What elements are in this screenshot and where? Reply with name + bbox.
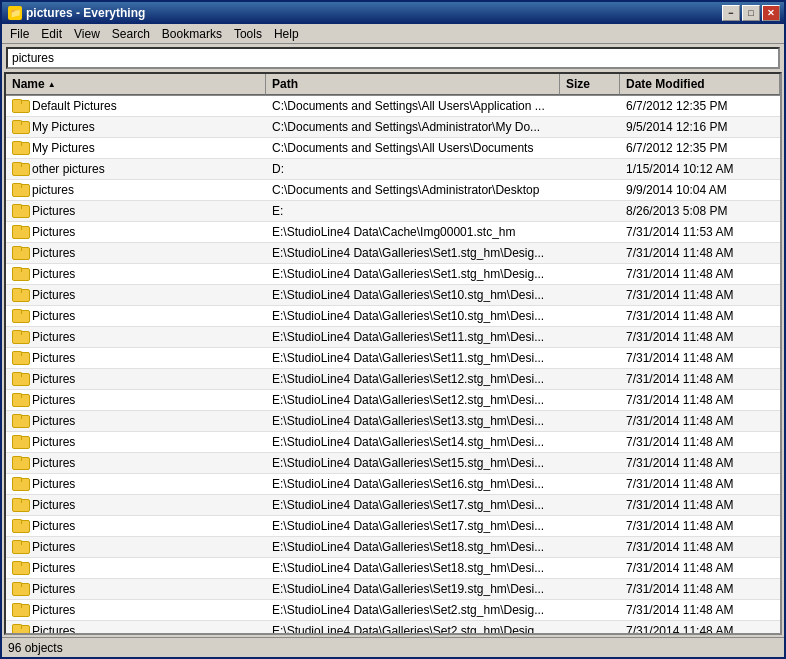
name-text: Pictures (32, 246, 75, 260)
folder-icon (12, 624, 28, 633)
status-bar: 96 objects (2, 637, 784, 657)
cell-path: C:\Documents and Settings\All Users\Docu… (266, 138, 560, 158)
folder-icon (12, 246, 28, 260)
cell-name: Pictures (6, 327, 266, 347)
cell-date: 7/31/2014 11:48 AM (620, 390, 780, 410)
table-container: Name ▲ Path Size Date Modified Default P… (4, 72, 782, 635)
col-header-date[interactable]: Date Modified (620, 74, 780, 95)
app-icon: 📁 (8, 6, 22, 20)
cell-date: 7/31/2014 11:48 AM (620, 243, 780, 263)
menu-item-file[interactable]: File (4, 25, 35, 43)
table-row[interactable]: PicturesE:\StudioLine4 Data\Galleries\Se… (6, 432, 780, 453)
cell-name: Default Pictures (6, 96, 266, 116)
table-row[interactable]: PicturesE:8/26/2013 5:08 PM (6, 201, 780, 222)
name-text: My Pictures (32, 120, 95, 134)
folder-icon (12, 351, 28, 365)
minimize-button[interactable]: − (722, 5, 740, 21)
cell-size (560, 306, 620, 326)
cell-path: E:\StudioLine4 Data\Galleries\Set11.stg_… (266, 327, 560, 347)
cell-path: E:\StudioLine4 Data\Cache\Img00001.stc_h… (266, 222, 560, 242)
menu-item-view[interactable]: View (68, 25, 106, 43)
name-text: Pictures (32, 477, 75, 491)
folder-icon (12, 120, 28, 134)
cell-date: 1/15/2014 10:12 AM (620, 159, 780, 179)
title-bar: 📁 pictures - Everything − □ ✕ (2, 2, 784, 24)
cell-name: other pictures (6, 159, 266, 179)
table-row[interactable]: PicturesE:\StudioLine4 Data\Cache\Img000… (6, 222, 780, 243)
cell-path: C:\Documents and Settings\All Users\Appl… (266, 96, 560, 116)
folder-icon (12, 99, 28, 113)
cell-date: 7/31/2014 11:48 AM (620, 453, 780, 473)
menu-item-tools[interactable]: Tools (228, 25, 268, 43)
cell-name: Pictures (6, 369, 266, 389)
table-row[interactable]: PicturesE:\StudioLine4 Data\Galleries\Se… (6, 369, 780, 390)
table-row[interactable]: PicturesE:\StudioLine4 Data\Galleries\Se… (6, 348, 780, 369)
table-row[interactable]: PicturesE:\StudioLine4 Data\Galleries\Se… (6, 411, 780, 432)
cell-path: E:\StudioLine4 Data\Galleries\Set2.stg_h… (266, 621, 560, 633)
menu-item-search[interactable]: Search (106, 25, 156, 43)
table-row[interactable]: PicturesE:\StudioLine4 Data\Galleries\Se… (6, 327, 780, 348)
cell-date: 7/31/2014 11:48 AM (620, 369, 780, 389)
col-header-name[interactable]: Name ▲ (6, 74, 266, 95)
table-row[interactable]: PicturesE:\StudioLine4 Data\Galleries\Se… (6, 390, 780, 411)
cell-path: E:\StudioLine4 Data\Galleries\Set17.stg_… (266, 495, 560, 515)
folder-icon (12, 183, 28, 197)
folder-icon (12, 204, 28, 218)
table-row[interactable]: PicturesE:\StudioLine4 Data\Galleries\Se… (6, 264, 780, 285)
cell-size (560, 411, 620, 431)
table-row[interactable]: PicturesE:\StudioLine4 Data\Galleries\Se… (6, 579, 780, 600)
table-row[interactable]: PicturesE:\StudioLine4 Data\Galleries\Se… (6, 453, 780, 474)
name-text: Pictures (32, 288, 75, 302)
menu-item-edit[interactable]: Edit (35, 25, 68, 43)
main-window: 📁 pictures - Everything − □ ✕ FileEditVi… (0, 0, 786, 659)
table-row[interactable]: PicturesE:\StudioLine4 Data\Galleries\Se… (6, 537, 780, 558)
cell-date: 7/31/2014 11:48 AM (620, 600, 780, 620)
table-row[interactable]: PicturesE:\StudioLine4 Data\Galleries\Se… (6, 516, 780, 537)
cell-path: E:\StudioLine4 Data\Galleries\Set17.stg_… (266, 516, 560, 536)
folder-icon (12, 309, 28, 323)
folder-icon (12, 435, 28, 449)
folder-icon (12, 393, 28, 407)
folder-icon (12, 414, 28, 428)
col-path-label: Path (272, 77, 298, 91)
cell-size (560, 348, 620, 368)
maximize-button[interactable]: □ (742, 5, 760, 21)
name-text: Pictures (32, 624, 75, 633)
name-text: Pictures (32, 309, 75, 323)
cell-size (560, 516, 620, 536)
search-input[interactable] (6, 47, 780, 69)
table-row[interactable]: PicturesE:\StudioLine4 Data\Galleries\Se… (6, 495, 780, 516)
menu-item-help[interactable]: Help (268, 25, 305, 43)
col-header-size[interactable]: Size (560, 74, 620, 95)
cell-date: 6/7/2012 12:35 PM (620, 96, 780, 116)
table-row[interactable]: other picturesD:1/15/2014 10:12 AM (6, 159, 780, 180)
cell-path: E:\StudioLine4 Data\Galleries\Set12.stg_… (266, 369, 560, 389)
table-body[interactable]: Default PicturesC:\Documents and Setting… (6, 96, 780, 633)
table-row[interactable]: PicturesE:\StudioLine4 Data\Galleries\Se… (6, 474, 780, 495)
cell-name: Pictures (6, 537, 266, 557)
name-text: Pictures (32, 393, 75, 407)
cell-path: E:\StudioLine4 Data\Galleries\Set12.stg_… (266, 390, 560, 410)
table-row[interactable]: PicturesE:\StudioLine4 Data\Galleries\Se… (6, 285, 780, 306)
table-row[interactable]: PicturesE:\StudioLine4 Data\Galleries\Se… (6, 243, 780, 264)
table-row[interactable]: PicturesE:\StudioLine4 Data\Galleries\Se… (6, 600, 780, 621)
folder-icon (12, 498, 28, 512)
table-row[interactable]: PicturesE:\StudioLine4 Data\Galleries\Se… (6, 306, 780, 327)
close-button[interactable]: ✕ (762, 5, 780, 21)
cell-size (560, 579, 620, 599)
menu-item-bookmarks[interactable]: Bookmarks (156, 25, 228, 43)
folder-icon (12, 582, 28, 596)
cell-path: E:\StudioLine4 Data\Galleries\Set13.stg_… (266, 411, 560, 431)
cell-size (560, 159, 620, 179)
table-row[interactable]: picturesC:\Documents and Settings\Admini… (6, 180, 780, 201)
table-row[interactable]: My PicturesC:\Documents and Settings\All… (6, 138, 780, 159)
table-row[interactable]: Default PicturesC:\Documents and Setting… (6, 96, 780, 117)
cell-date: 7/31/2014 11:48 AM (620, 285, 780, 305)
table-row[interactable]: My PicturesC:\Documents and Settings\Adm… (6, 117, 780, 138)
col-header-path[interactable]: Path (266, 74, 560, 95)
table-row[interactable]: PicturesE:\StudioLine4 Data\Galleries\Se… (6, 558, 780, 579)
cell-name: Pictures (6, 201, 266, 221)
table-row[interactable]: PicturesE:\StudioLine4 Data\Galleries\Se… (6, 621, 780, 633)
name-text: Pictures (32, 267, 75, 281)
name-text: Pictures (32, 330, 75, 344)
